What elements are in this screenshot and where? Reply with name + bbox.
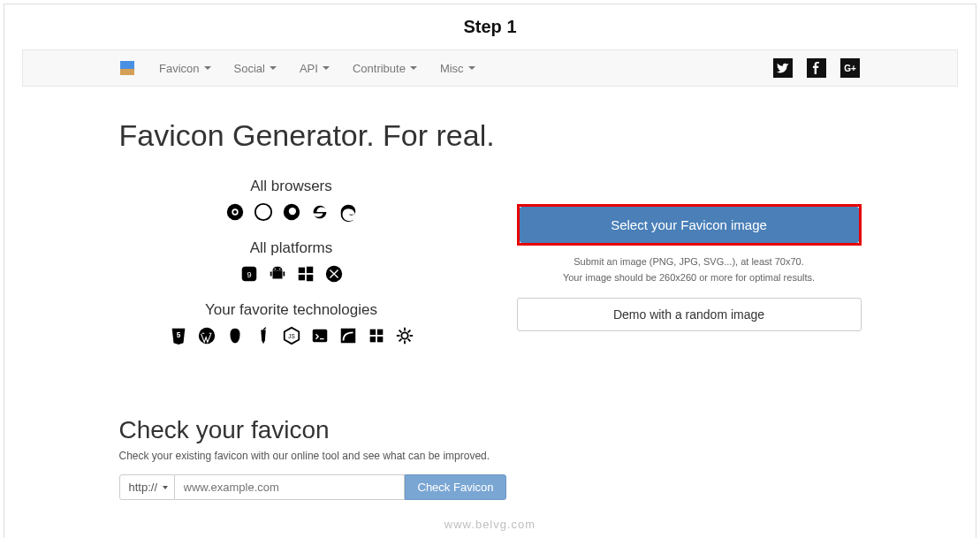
edge-icon: [338, 202, 358, 222]
nav-social[interactable]: Social: [234, 62, 277, 75]
check-favicon-button[interactable]: Check Favicon: [405, 474, 507, 500]
nav-api[interactable]: API: [300, 62, 330, 75]
android-icon: [268, 264, 287, 284]
main-title: Favicon Generator. For real.: [119, 118, 862, 153]
platforms-label: All platforms: [119, 239, 464, 257]
svg-rect-25: [369, 337, 375, 342]
nav-misc[interactable]: Misc: [440, 62, 475, 75]
chrome-icon: [225, 202, 245, 222]
grunt-icon: [225, 326, 245, 345]
svg-point-27: [401, 332, 407, 338]
svg-text:JS: JS: [288, 333, 294, 339]
svg-point-11: [274, 269, 275, 269]
svg-rect-8: [272, 270, 282, 278]
svg-rect-23: [369, 330, 375, 335]
html5-icon: 5: [169, 326, 188, 345]
browsers-label: All browsers: [119, 178, 464, 195]
check-subtitle: Check your existing favicon with our onl…: [119, 450, 862, 462]
svg-rect-15: [298, 275, 304, 280]
svg-text:9: 9: [247, 270, 251, 279]
svg-rect-22: [340, 329, 355, 344]
chevron-down-icon: [323, 66, 330, 70]
demo-button[interactable]: Demo with a random image: [517, 298, 862, 331]
check-title: Check your favicon: [119, 416, 862, 444]
svg-text:5: 5: [176, 331, 180, 339]
facebook-icon[interactable]: [807, 58, 826, 78]
nodejs-icon: JS: [282, 326, 301, 345]
svg-point-3: [254, 204, 270, 220]
microsoft-icon: [367, 326, 386, 345]
gear-icon: [395, 326, 414, 345]
protocol-select[interactable]: http://: [119, 474, 175, 500]
svg-point-5: [288, 208, 295, 215]
firefox-icon: [282, 202, 301, 222]
svg-rect-14: [306, 267, 312, 273]
ie-icon: [310, 202, 330, 222]
nav-label: Misc: [440, 62, 464, 75]
watermark: www.belvg.com: [4, 518, 976, 531]
windows-icon: [296, 264, 315, 284]
step-title: Step 1: [4, 4, 976, 49]
navbar: Favicon Social API Contribute Misc G+: [22, 49, 958, 87]
nav-label: API: [300, 62, 318, 75]
svg-point-2: [232, 210, 236, 214]
svg-rect-10: [283, 271, 285, 277]
hint-line-1: Submit an image (PNG, JPG, SVG...), at l…: [517, 254, 862, 270]
svg-rect-16: [306, 275, 312, 281]
rails-icon: [338, 326, 358, 345]
macos-icon: [324, 264, 344, 284]
twitter-icon[interactable]: [773, 58, 793, 78]
svg-line-34: [399, 339, 401, 342]
svg-rect-26: [376, 337, 382, 342]
chevron-down-icon: [468, 66, 475, 70]
nav-label: Favicon: [159, 62, 200, 75]
nav-label: Social: [234, 62, 265, 75]
hint-line-2: Your image should be 260x260 or more for…: [517, 270, 862, 286]
nav-favicon[interactable]: Favicon: [159, 62, 211, 75]
svg-rect-13: [298, 268, 304, 273]
svg-line-33: [407, 339, 410, 342]
nav-contribute[interactable]: Contribute: [353, 62, 417, 75]
chevron-down-icon: [410, 66, 417, 70]
safari-icon: [254, 202, 273, 222]
svg-line-35: [407, 330, 410, 333]
tech-label: Your favorite technologies: [119, 301, 464, 319]
svg-rect-24: [376, 330, 382, 335]
wordpress-icon: [197, 326, 217, 345]
ios-icon: 9: [239, 264, 259, 284]
chevron-down-icon: [204, 66, 211, 70]
hint-text: Submit an image (PNG, JPG, SVG...), at l…: [517, 254, 862, 285]
svg-point-19: [198, 328, 214, 344]
svg-rect-9: [270, 271, 271, 277]
svg-point-12: [279, 269, 280, 269]
googleplus-icon[interactable]: G+: [840, 58, 860, 78]
url-input[interactable]: [175, 474, 405, 500]
svg-rect-21: [312, 330, 327, 343]
chevron-down-icon: [270, 66, 277, 70]
gulp-icon: [254, 326, 273, 345]
select-favicon-button[interactable]: Select your Favicon image: [520, 207, 859, 243]
nav-label: Contribute: [353, 62, 406, 75]
svg-line-32: [399, 330, 401, 333]
brand-icon[interactable]: [120, 61, 134, 75]
cli-icon: [310, 326, 330, 345]
select-highlight: Select your Favicon image: [517, 204, 862, 246]
